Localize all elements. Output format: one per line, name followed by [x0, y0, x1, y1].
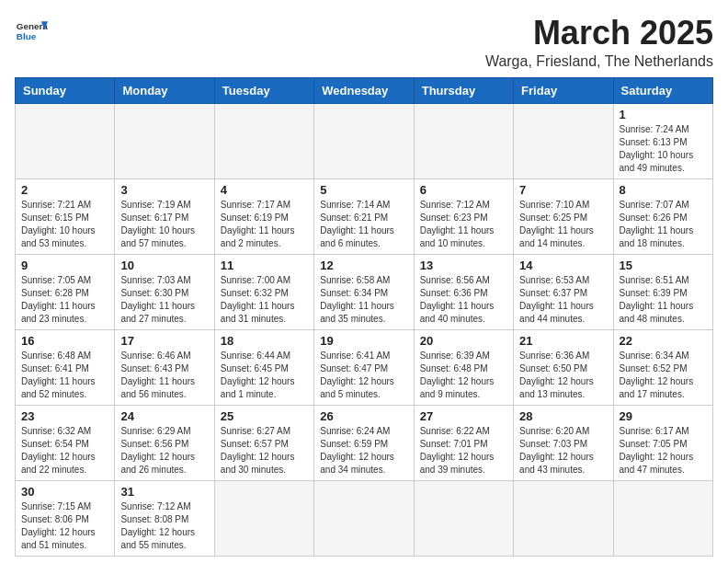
day-info: Sunrise: 7:12 AM Sunset: 6:23 PM Dayligh…	[420, 199, 507, 250]
day-cell	[414, 103, 513, 178]
day-number: 7	[519, 183, 607, 197]
day-number: 2	[21, 183, 108, 197]
day-cell: 28Sunrise: 6:20 AM Sunset: 7:03 PM Dayli…	[514, 405, 613, 480]
day-number: 15	[620, 259, 707, 272]
day-cell: 1Sunrise: 7:24 AM Sunset: 6:13 PM Daylig…	[613, 103, 712, 178]
day-cell	[115, 103, 214, 178]
day-info: Sunrise: 6:36 AM Sunset: 6:50 PM Dayligh…	[519, 350, 607, 401]
day-info: Sunrise: 6:32 AM Sunset: 6:54 PM Dayligh…	[21, 425, 108, 477]
day-info: Sunrise: 6:53 AM Sunset: 6:37 PM Dayligh…	[519, 274, 607, 326]
day-cell: 10Sunrise: 7:03 AM Sunset: 6:30 PM Dayli…	[115, 254, 214, 329]
weekday-header-saturday: Saturday	[613, 77, 712, 103]
weekday-header-row: SundayMondayTuesdayWednesdayThursdayFrid…	[16, 77, 713, 103]
day-number: 17	[120, 334, 208, 348]
day-cell	[314, 480, 414, 556]
day-cell: 18Sunrise: 6:44 AM Sunset: 6:45 PM Dayli…	[214, 329, 313, 405]
day-info: Sunrise: 6:29 AM Sunset: 6:56 PM Dayligh…	[120, 425, 208, 477]
page-header: General Blue March 2025 Warga, Friesland…	[15, 15, 713, 70]
calendar-table: SundayMondayTuesdayWednesdayThursdayFrid…	[15, 77, 713, 557]
day-cell: 26Sunrise: 6:24 AM Sunset: 6:59 PM Dayli…	[314, 405, 414, 480]
day-cell: 3Sunrise: 7:19 AM Sunset: 6:17 PM Daylig…	[115, 178, 214, 254]
day-info: Sunrise: 6:56 AM Sunset: 6:36 PM Dayligh…	[420, 274, 507, 326]
day-number: 19	[320, 334, 407, 348]
day-number: 14	[519, 259, 607, 272]
day-number: 11	[221, 259, 308, 272]
week-row-3: 9Sunrise: 7:05 AM Sunset: 6:28 PM Daylig…	[16, 254, 713, 329]
day-info: Sunrise: 6:34 AM Sunset: 6:52 PM Dayligh…	[620, 350, 707, 401]
day-number: 6	[420, 183, 507, 197]
day-info: Sunrise: 7:15 AM Sunset: 8:06 PM Dayligh…	[21, 500, 108, 552]
day-cell	[414, 480, 513, 556]
day-number: 18	[221, 334, 308, 348]
day-cell: 13Sunrise: 6:56 AM Sunset: 6:36 PM Dayli…	[414, 254, 513, 329]
day-number: 30	[21, 485, 108, 499]
day-info: Sunrise: 7:21 AM Sunset: 6:15 PM Dayligh…	[21, 199, 108, 250]
day-info: Sunrise: 6:41 AM Sunset: 6:47 PM Dayligh…	[320, 350, 407, 401]
day-cell: 9Sunrise: 7:05 AM Sunset: 6:28 PM Daylig…	[16, 254, 115, 329]
day-cell: 24Sunrise: 6:29 AM Sunset: 6:56 PM Dayli…	[115, 405, 214, 480]
day-cell: 14Sunrise: 6:53 AM Sunset: 6:37 PM Dayli…	[514, 254, 613, 329]
day-cell: 30Sunrise: 7:15 AM Sunset: 8:06 PM Dayli…	[16, 480, 115, 556]
day-number: 12	[320, 259, 407, 272]
day-info: Sunrise: 6:27 AM Sunset: 6:57 PM Dayligh…	[221, 425, 308, 477]
day-info: Sunrise: 7:07 AM Sunset: 6:26 PM Dayligh…	[620, 199, 707, 250]
day-number: 8	[620, 183, 707, 197]
day-number: 23	[21, 409, 108, 423]
day-number: 31	[120, 485, 208, 499]
week-row-2: 2Sunrise: 7:21 AM Sunset: 6:15 PM Daylig…	[16, 178, 713, 254]
weekday-header-sunday: Sunday	[16, 77, 115, 103]
day-info: Sunrise: 6:39 AM Sunset: 6:48 PM Dayligh…	[420, 350, 507, 401]
day-number: 10	[120, 259, 208, 272]
day-number: 24	[120, 409, 208, 423]
day-cell: 19Sunrise: 6:41 AM Sunset: 6:47 PM Dayli…	[314, 329, 414, 405]
day-cell: 22Sunrise: 6:34 AM Sunset: 6:52 PM Dayli…	[613, 329, 712, 405]
day-number: 9	[21, 259, 108, 272]
svg-text:Blue: Blue	[17, 31, 37, 41]
day-number: 22	[620, 334, 707, 348]
day-cell: 17Sunrise: 6:46 AM Sunset: 6:43 PM Dayli…	[115, 329, 214, 405]
day-number: 28	[519, 409, 607, 423]
day-info: Sunrise: 7:24 AM Sunset: 6:13 PM Dayligh…	[620, 123, 707, 175]
weekday-header-monday: Monday	[115, 77, 214, 103]
day-cell: 25Sunrise: 6:27 AM Sunset: 6:57 PM Dayli…	[214, 405, 313, 480]
week-row-4: 16Sunrise: 6:48 AM Sunset: 6:41 PM Dayli…	[16, 329, 713, 405]
day-cell: 29Sunrise: 6:17 AM Sunset: 7:05 PM Dayli…	[613, 405, 712, 480]
day-cell: 12Sunrise: 6:58 AM Sunset: 6:34 PM Dayli…	[314, 254, 414, 329]
day-info: Sunrise: 6:24 AM Sunset: 6:59 PM Dayligh…	[320, 425, 407, 477]
day-info: Sunrise: 7:19 AM Sunset: 6:17 PM Dayligh…	[120, 199, 208, 250]
weekday-header-tuesday: Tuesday	[214, 77, 313, 103]
day-cell: 21Sunrise: 6:36 AM Sunset: 6:50 PM Dayli…	[514, 329, 613, 405]
day-info: Sunrise: 6:17 AM Sunset: 7:05 PM Dayligh…	[620, 425, 707, 477]
week-row-5: 23Sunrise: 6:32 AM Sunset: 6:54 PM Dayli…	[16, 405, 713, 480]
day-info: Sunrise: 6:51 AM Sunset: 6:39 PM Dayligh…	[620, 274, 707, 326]
day-cell: 5Sunrise: 7:14 AM Sunset: 6:21 PM Daylig…	[314, 178, 414, 254]
day-info: Sunrise: 7:10 AM Sunset: 6:25 PM Dayligh…	[519, 199, 607, 250]
day-number: 1	[620, 108, 707, 121]
day-number: 20	[420, 334, 507, 348]
day-number: 4	[221, 183, 308, 197]
weekday-header-friday: Friday	[514, 77, 613, 103]
day-info: Sunrise: 6:48 AM Sunset: 6:41 PM Dayligh…	[21, 350, 108, 401]
day-cell: 6Sunrise: 7:12 AM Sunset: 6:23 PM Daylig…	[414, 178, 513, 254]
day-cell: 11Sunrise: 7:00 AM Sunset: 6:32 PM Dayli…	[214, 254, 313, 329]
location-subtitle: Warga, Friesland, The Netherlands	[485, 53, 713, 70]
day-cell: 20Sunrise: 6:39 AM Sunset: 6:48 PM Dayli…	[414, 329, 513, 405]
day-number: 3	[120, 183, 208, 197]
day-info: Sunrise: 7:00 AM Sunset: 6:32 PM Dayligh…	[221, 274, 308, 326]
day-number: 5	[320, 183, 407, 197]
day-number: 26	[320, 409, 407, 423]
day-cell	[314, 103, 414, 178]
day-cell: 4Sunrise: 7:17 AM Sunset: 6:19 PM Daylig…	[214, 178, 313, 254]
day-cell	[16, 103, 115, 178]
month-title: March 2025	[485, 15, 713, 52]
day-cell	[514, 480, 613, 556]
day-cell: 23Sunrise: 6:32 AM Sunset: 6:54 PM Dayli…	[16, 405, 115, 480]
day-cell: 27Sunrise: 6:22 AM Sunset: 7:01 PM Dayli…	[414, 405, 513, 480]
day-number: 16	[21, 334, 108, 348]
day-info: Sunrise: 7:03 AM Sunset: 6:30 PM Dayligh…	[120, 274, 208, 326]
day-info: Sunrise: 7:17 AM Sunset: 6:19 PM Dayligh…	[221, 199, 308, 250]
logo-icon: General Blue	[15, 15, 48, 48]
day-cell	[514, 103, 613, 178]
day-cell: 8Sunrise: 7:07 AM Sunset: 6:26 PM Daylig…	[613, 178, 712, 254]
day-number: 13	[420, 259, 507, 272]
